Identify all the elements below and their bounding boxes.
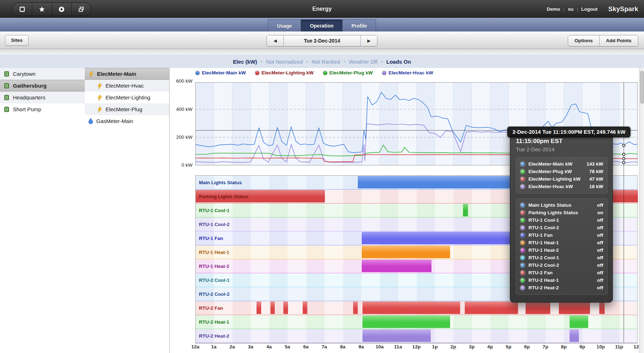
status-separator: • bbox=[381, 59, 383, 64]
tooltip-time: 11:15:00pm EST bbox=[516, 138, 608, 145]
point-value: off bbox=[594, 240, 603, 245]
tooltip-meter-elecmeter-main-kw: ElecMeter-Main kW143 kW bbox=[520, 160, 603, 168]
x-tick-6-6a: 6a bbox=[303, 344, 308, 349]
point-value: off bbox=[594, 202, 603, 208]
point-value: off bbox=[594, 278, 603, 283]
x-tick-11-11a: 11a bbox=[394, 344, 402, 349]
status-band-segment bbox=[570, 329, 579, 342]
point-name: RTU-2 Heat-1 bbox=[528, 278, 559, 283]
meter-row-elecmeter-lighting[interactable]: ElecMeter-Lighting bbox=[85, 92, 169, 103]
status-band-segment bbox=[559, 301, 590, 314]
legend-item-elecmeter-lighting-kw[interactable]: ElecMeter-Lighting kW bbox=[255, 70, 314, 75]
legend-item-elecmeter-hvac-kw[interactable]: ElecMeter-Hvac kW bbox=[382, 70, 433, 75]
meter-label: ElecMeter-Hvac bbox=[106, 83, 144, 89]
x-tick-23-11p: 11p bbox=[615, 344, 623, 349]
status-separator: • bbox=[307, 59, 308, 64]
status-band-segment bbox=[362, 246, 450, 258]
sites-button[interactable]: Sites bbox=[5, 35, 29, 46]
date-prev-button[interactable]: ◀ bbox=[267, 35, 284, 46]
status-row-rtu-2-heat-1[interactable]: RTU-2 Heat-1 bbox=[196, 315, 637, 329]
user-menu[interactable]: Demo bbox=[547, 6, 560, 12]
point-value: 18 kW bbox=[586, 184, 603, 189]
date-next-button[interactable]: ▶ bbox=[361, 35, 377, 46]
add-points-button[interactable]: Add Points bbox=[600, 35, 638, 46]
legend-item-elecmeter-main-kw[interactable]: ElecMeter-Main kW bbox=[195, 70, 246, 75]
tab-usage[interactable]: Usage bbox=[268, 19, 301, 32]
x-tick-20-8p: 8p bbox=[561, 344, 567, 349]
status-row-rtu-2-fan[interactable]: RTU-2 Fan bbox=[196, 301, 637, 315]
tab-operation[interactable]: Operation bbox=[301, 19, 342, 32]
status-row-label: RTU-1 Heat-1 bbox=[199, 250, 229, 255]
meter-row-elecmeter-plug[interactable]: ElecMeter-Plug bbox=[85, 103, 169, 115]
view-status-line: Elec (kW)•Not Normalized•Not Ranked•Weat… bbox=[0, 54, 644, 69]
status-toggle-weather-off[interactable]: Weather Off bbox=[349, 59, 377, 65]
point-color-dot-icon bbox=[520, 248, 525, 253]
point-name: ElecMeter-Main kW bbox=[528, 161, 572, 167]
point-value: 143 kW bbox=[584, 161, 603, 167]
status-row-label: RTU-2 Cool-1 bbox=[199, 278, 230, 283]
tooltip-meter-elecmeter-hvac-kw: ElecMeter-Hvac kW18 kW bbox=[520, 183, 603, 190]
date-label[interactable]: Tue 2-Dec-2014 bbox=[284, 35, 361, 46]
point-color-dot-icon bbox=[520, 255, 525, 260]
x-tick-22-10p: 10p bbox=[596, 344, 605, 349]
toolbar-shadow-strip bbox=[0, 49, 644, 54]
point-value: on bbox=[595, 210, 604, 215]
site-row-carytown[interactable]: Carytown bbox=[0, 68, 85, 80]
water-drop-icon bbox=[88, 118, 93, 124]
point-color-dot-icon bbox=[520, 240, 525, 245]
session-user[interactable]: su bbox=[568, 6, 574, 12]
site-row-short-pump[interactable]: Short Pump bbox=[0, 103, 85, 115]
point-color-dot-icon bbox=[520, 270, 525, 275]
x-tick-9-9a: 9a bbox=[358, 344, 364, 349]
meter-row-gasmeter-main[interactable]: GasMeter-Main bbox=[85, 115, 169, 127]
tooltip-date: Tue 2-Dec-2014 bbox=[516, 146, 608, 152]
point-name: RTU-2 Cool-2 bbox=[528, 263, 559, 268]
point-name: RTU-1 Fan bbox=[528, 232, 553, 238]
x-tick-2-2a: 2a bbox=[229, 344, 235, 349]
meter-row-elecmeter-main[interactable]: ElecMeter-Main bbox=[85, 68, 169, 80]
top-bar: Energy Demo | su | Logout SkySpark bbox=[0, 0, 644, 18]
point-value: off bbox=[594, 263, 603, 268]
legend-item-elecmeter-plug-kw[interactable]: ElecMeter-Plug kW bbox=[323, 70, 373, 75]
status-toggle-elec-kw[interactable]: Elec (kW) bbox=[233, 59, 257, 65]
x-tick-0-12a: 12a bbox=[191, 344, 200, 349]
tooltip-status-rtu-1-heat-1: RTU-1 Heat-1off bbox=[520, 239, 603, 246]
status-row-rtu-2-heat-2[interactable]: RTU-2 Heat-2 bbox=[196, 329, 637, 343]
building-icon bbox=[4, 71, 10, 77]
logout-link[interactable]: Logout bbox=[581, 6, 598, 12]
point-value: off bbox=[594, 255, 603, 260]
tooltip-status-rtu-1-fan: RTU-1 Fanoff bbox=[520, 231, 603, 239]
status-row-label: RTU-1 Fan bbox=[199, 236, 223, 241]
vertical-scrollbar[interactable] bbox=[639, 68, 644, 353]
point-name: RTU-1 Heat-1 bbox=[528, 240, 559, 245]
x-tick-7-7a: 7a bbox=[322, 344, 327, 349]
status-band-segment bbox=[283, 301, 288, 314]
tab-profile[interactable]: Profile bbox=[342, 19, 376, 32]
status-row-label: RTU-2 Heat-2 bbox=[199, 333, 229, 339]
status-band-segment bbox=[362, 260, 432, 272]
status-toggle-loads-on[interactable]: Loads On bbox=[386, 59, 411, 65]
crosshair-vertical bbox=[624, 82, 624, 343]
status-band-segment bbox=[362, 315, 450, 328]
meters-sidebar: ElecMeter-MainElecMeter-HvacElecMeter-Li… bbox=[85, 68, 170, 353]
status-toggle-not-ranked[interactable]: Not Ranked bbox=[312, 59, 340, 65]
legend-dot-icon bbox=[382, 71, 386, 75]
tooltip-status-rtu-2-cool-1: RTU-2 Cool-1off bbox=[520, 254, 603, 261]
status-separator: • bbox=[261, 59, 263, 64]
status-toggle-not-normalized[interactable]: Not Normalized bbox=[266, 59, 303, 65]
point-name: ElecMeter-Hvac kW bbox=[528, 184, 573, 189]
status-band-segment bbox=[570, 315, 588, 328]
site-row-gaithersburg[interactable]: Gaithersburg bbox=[0, 80, 85, 92]
site-label: Headquarters bbox=[13, 94, 45, 100]
meter-row-elecmeter-hvac[interactable]: ElecMeter-Hvac bbox=[85, 80, 169, 92]
legend-dot-icon bbox=[195, 71, 200, 75]
legend-dot-icon bbox=[255, 71, 259, 75]
legend-label: ElecMeter-Lighting kW bbox=[262, 70, 314, 75]
options-button[interactable]: Options bbox=[568, 35, 600, 46]
scrollbar-thumb[interactable] bbox=[640, 71, 644, 104]
tab-bar: UsageOperationProfile bbox=[0, 18, 644, 32]
status-row-label: RTU-2 Cool-2 bbox=[199, 291, 230, 297]
status-band-segment bbox=[353, 301, 358, 314]
site-row-headquarters[interactable]: Headquarters bbox=[0, 92, 85, 103]
x-tick-10-10a: 10a bbox=[376, 344, 384, 349]
